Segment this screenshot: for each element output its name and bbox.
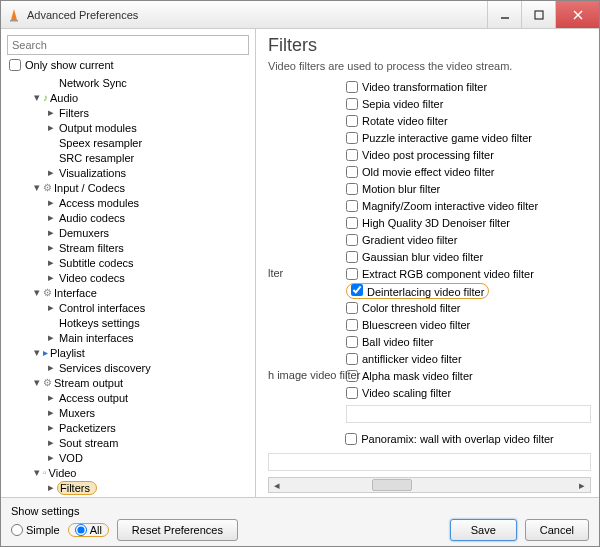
minimize-button[interactable]: [487, 1, 521, 28]
expand-icon[interactable]: ▸: [45, 436, 57, 449]
filter-checkbox[interactable]: [351, 284, 363, 296]
radio-simple-input[interactable]: [11, 524, 23, 536]
filter-checkbox[interactable]: [346, 115, 358, 127]
expand-icon[interactable]: ▸: [45, 196, 57, 209]
expand-icon[interactable]: ▸: [45, 481, 57, 494]
expand-icon[interactable]: ▸: [45, 226, 57, 239]
scroll-right-icon[interactable]: ▸: [574, 479, 590, 492]
tree-item[interactable]: ▸Filters: [41, 105, 249, 120]
tree-item[interactable]: ▸Packetizers: [41, 420, 249, 435]
filter-checkbox[interactable]: [346, 251, 358, 263]
filter-checkbox[interactable]: [346, 268, 358, 280]
filter-checkbox[interactable]: [346, 149, 358, 161]
expand-icon[interactable]: ▾: [31, 346, 43, 359]
tree-item[interactable]: SRC resampler: [41, 150, 249, 165]
tree-item[interactable]: ▾▸Playlist: [27, 345, 249, 360]
filter-checkbox[interactable]: [346, 336, 358, 348]
expand-icon[interactable]: ▸: [45, 256, 57, 269]
vlc-cone-icon: [7, 8, 21, 22]
tree-item[interactable]: ▸Control interfaces: [41, 300, 249, 315]
expand-icon[interactable]: ▸: [45, 391, 57, 404]
filter-checkbox[interactable]: [346, 353, 358, 365]
radio-all[interactable]: All: [68, 523, 109, 537]
filter-checkbox[interactable]: [346, 302, 358, 314]
input-strip[interactable]: [346, 405, 591, 423]
tree-item[interactable]: ▾⚙Interface: [27, 285, 249, 300]
expand-icon[interactable]: ▸: [45, 406, 57, 419]
filter-checkbox[interactable]: [346, 217, 358, 229]
radio-all-input[interactable]: [75, 524, 87, 536]
filter-label: antiflicker video filter: [362, 353, 462, 365]
filter-checkbox[interactable]: [346, 200, 358, 212]
expand-icon[interactable]: ▸: [45, 241, 57, 254]
save-button[interactable]: Save: [450, 519, 517, 541]
expand-icon[interactable]: ▸: [45, 421, 57, 434]
scroll-thumb[interactable]: [372, 479, 412, 491]
filter-checkbox[interactable]: [346, 387, 358, 399]
expand-icon[interactable]: ▸: [45, 166, 57, 179]
expand-icon[interactable]: ▾: [31, 466, 43, 479]
expand-icon[interactable]: ▾: [31, 376, 43, 389]
filter-checkbox[interactable]: [346, 81, 358, 93]
tree-item[interactable]: ▾⚙Stream output: [27, 375, 249, 390]
tree-item[interactable]: ▸Access output: [41, 390, 249, 405]
expand-icon[interactable]: ▸: [45, 361, 57, 374]
filter-checkbox[interactable]: [346, 98, 358, 110]
scroll-track[interactable]: [285, 478, 574, 492]
reset-preferences-button[interactable]: Reset Preferences: [117, 519, 238, 541]
filter-checkbox[interactable]: [346, 166, 358, 178]
input-strip[interactable]: [268, 453, 591, 471]
tree-item[interactable]: ▸Audio codecs: [41, 210, 249, 225]
search-input[interactable]: [7, 35, 249, 55]
horizontal-scrollbar[interactable]: ◂ ▸: [268, 477, 591, 493]
tree-item[interactable]: Speex resampler: [41, 135, 249, 150]
scroll-left-icon[interactable]: ◂: [269, 479, 285, 492]
expand-icon[interactable]: ▸: [45, 121, 57, 134]
maximize-button[interactable]: [521, 1, 555, 28]
filter-checkbox[interactable]: [346, 234, 358, 246]
tree-item[interactable]: ▾▫Video: [27, 465, 249, 480]
expand-icon[interactable]: ▸: [45, 451, 57, 464]
filter-checkbox[interactable]: [346, 319, 358, 331]
expand-icon[interactable]: ▸: [45, 106, 57, 119]
close-button[interactable]: [555, 1, 599, 28]
filter-label: Sepia video filter: [362, 98, 443, 110]
preferences-tree[interactable]: Network Sync▾♪Audio▸Filters▸Output modul…: [7, 75, 249, 495]
expand-icon[interactable]: ▸: [45, 301, 57, 314]
filter-checkbox[interactable]: [346, 183, 358, 195]
only-show-current[interactable]: Only show current: [7, 59, 249, 71]
expand-icon[interactable]: ▸: [45, 331, 57, 344]
expand-icon[interactable]: ▾: [31, 181, 43, 194]
tree-item[interactable]: ▸Sout stream: [41, 435, 249, 450]
tree-item[interactable]: ▸Main interfaces: [41, 330, 249, 345]
only-show-current-checkbox[interactable]: [9, 59, 21, 71]
tree-item-label: Video codecs: [57, 272, 125, 284]
expand-icon[interactable]: ▾: [31, 91, 43, 104]
expand-icon[interactable]: ▸: [45, 211, 57, 224]
tree-item[interactable]: ▸Services discovery: [41, 360, 249, 375]
tree-item[interactable]: Network Sync: [41, 75, 249, 90]
filter-row: High Quality 3D Denoiser filter: [268, 214, 591, 231]
tree-item[interactable]: ▾♪Audio: [27, 90, 249, 105]
filter-label: Motion blur filter: [362, 183, 440, 195]
tree-item[interactable]: ▸Video codecs: [41, 270, 249, 285]
tree-item[interactable]: ▸Filters: [41, 480, 249, 495]
filter-label: Gaussian blur video filter: [362, 251, 483, 263]
tree-item[interactable]: ▸Visualizations: [41, 165, 249, 180]
tree-item[interactable]: ▸Output modules: [41, 120, 249, 135]
tree-item[interactable]: ▸Demuxers: [41, 225, 249, 240]
tree-item[interactable]: ▸Subtitle codecs: [41, 255, 249, 270]
filter-checkbox[interactable]: [346, 132, 358, 144]
tree-item[interactable]: ▸VOD: [41, 450, 249, 465]
filter-row: Magnify/Zoom interactive video filter: [268, 197, 591, 214]
cancel-button[interactable]: Cancel: [525, 519, 589, 541]
expand-icon[interactable]: ▾: [31, 286, 43, 299]
tree-item[interactable]: ▸Muxers: [41, 405, 249, 420]
expand-icon[interactable]: ▸: [45, 271, 57, 284]
tree-item[interactable]: ▸Access modules: [41, 195, 249, 210]
tree-item[interactable]: ▾⚙Input / Codecs: [27, 180, 249, 195]
panoramix-checkbox[interactable]: [345, 433, 357, 445]
radio-simple[interactable]: Simple: [11, 524, 60, 536]
tree-item[interactable]: Hotkeys settings: [41, 315, 249, 330]
tree-item[interactable]: ▸Stream filters: [41, 240, 249, 255]
